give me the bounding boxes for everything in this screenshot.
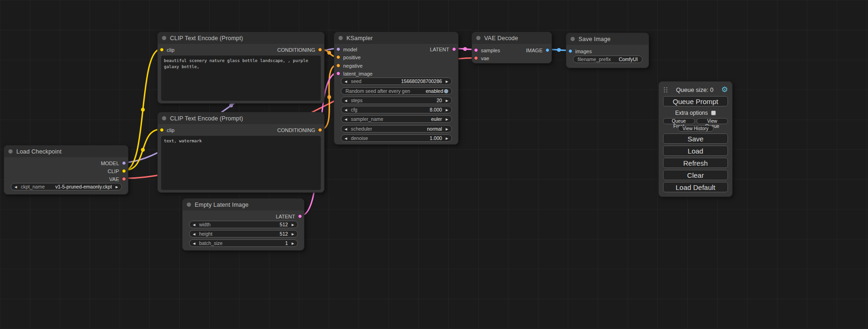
filename-prefix-widget[interactable]: filename_prefix ComfyUI	[573, 56, 642, 63]
seed-widget[interactable]: ◀ seed 156680208700286 ▶	[341, 77, 452, 85]
increment-arrow-icon[interactable]: ▶	[292, 223, 294, 226]
widget-name: cfg	[351, 107, 357, 112]
vae-input-port[interactable]	[474, 56, 478, 60]
input-slot-negative: negative	[336, 62, 363, 70]
conditioning-output-port[interactable]	[318, 48, 322, 52]
model-input-port[interactable]	[336, 47, 340, 51]
link-dot	[141, 108, 145, 112]
load-button[interactable]: Load	[663, 146, 728, 156]
decrement-arrow-icon[interactable]: ◀	[345, 137, 347, 140]
increment-arrow-icon[interactable]: ▶	[446, 99, 448, 102]
queue-prompt-button[interactable]: Queue Prompt	[663, 96, 728, 106]
refresh-button[interactable]: Refresh	[663, 158, 728, 168]
node-clip-text-encode-negative[interactable]: CLIP Text Encode (Prompt) clip CONDITION…	[157, 112, 325, 193]
random-seed-toggle-widget[interactable]: Random seed after every gen enabled	[341, 87, 452, 95]
collapse-dot-icon[interactable]	[339, 36, 343, 40]
images-input-port[interactable]	[568, 49, 572, 53]
collapse-dot-icon[interactable]	[162, 36, 166, 40]
prompt-textarea[interactable]: text, watermark	[161, 136, 321, 190]
collapse-dot-icon[interactable]	[187, 203, 191, 207]
node-empty-latent-image[interactable]: Empty Latent Image LATENT ◀ width 512 ▶ …	[182, 198, 304, 251]
settings-gear-icon[interactable]: ⚙	[721, 86, 728, 93]
width-widget[interactable]: ◀ width 512 ▶	[189, 221, 298, 228]
increment-arrow-icon[interactable]: ▶	[446, 118, 448, 121]
clip-output-port[interactable]	[122, 169, 126, 173]
input-slot-positive: positive	[336, 53, 360, 61]
latent-output-port[interactable]	[298, 214, 302, 218]
input-slot-samples: samples	[474, 46, 500, 54]
increment-arrow-icon[interactable]: ▶	[292, 242, 294, 245]
increment-arrow-icon[interactable]: ▶	[446, 108, 448, 112]
positive-input-port[interactable]	[336, 55, 340, 59]
collapse-dot-icon[interactable]	[162, 116, 166, 120]
image-output-port[interactable]	[545, 48, 550, 52]
node-title-bar[interactable]: Load Checkpoint	[4, 146, 128, 157]
node-title-bar[interactable]: CLIP Text Encode (Prompt)	[158, 32, 324, 44]
extra-options-checkbox[interactable]	[711, 111, 716, 115]
batch-size-widget[interactable]: ◀ batch_size 1 ▶	[189, 239, 298, 247]
cfg-widget[interactable]: ◀ cfg 8.000 ▶	[341, 106, 452, 113]
clip-input-port[interactable]	[160, 128, 164, 132]
decrement-arrow-icon[interactable]: ◀	[345, 80, 347, 83]
decrement-arrow-icon[interactable]: ◀	[193, 223, 195, 226]
decrement-arrow-icon[interactable]: ◀	[345, 99, 347, 102]
decrement-arrow-icon[interactable]: ◀	[345, 127, 347, 131]
decrement-arrow-icon[interactable]: ◀	[193, 242, 195, 245]
collapse-dot-icon[interactable]	[476, 36, 480, 40]
sampler-name-widget[interactable]: ◀ sampler_name euler ▶	[341, 115, 452, 123]
link-dot	[557, 48, 561, 52]
negative-input-port[interactable]	[336, 63, 340, 68]
node-title-bar[interactable]: VAE Decode	[472, 32, 551, 44]
drag-handle-icon[interactable]	[663, 86, 668, 93]
widget-value: v1-5-pruned-emaonly.ckpt	[55, 184, 112, 189]
increment-arrow-icon[interactable]: ▶	[446, 127, 448, 131]
extra-options-row: Extra options	[663, 110, 728, 116]
node-ksampler[interactable]: KSampler model LATENT positive negative …	[334, 32, 459, 145]
steps-widget[interactable]: ◀ steps 20 ▶	[341, 97, 452, 104]
node-title-bar[interactable]: Save Image	[566, 33, 649, 45]
increment-arrow-icon[interactable]: ▶	[292, 232, 294, 236]
extra-options-label: Extra options	[675, 110, 708, 116]
collapse-dot-icon[interactable]	[571, 37, 575, 41]
queue-menu-panel: Queue size: 0 ⚙ Queue Prompt Extra optio…	[658, 81, 733, 197]
latent-output-port[interactable]	[452, 47, 456, 51]
node-save-image[interactable]: Save Image images filename_prefix ComfyU…	[566, 33, 649, 68]
samples-input-port[interactable]	[474, 48, 478, 52]
input-slot-clip: clip	[160, 46, 175, 54]
vae-output-port[interactable]	[122, 177, 126, 181]
widget-value: enabled	[426, 88, 443, 94]
clip-input-port[interactable]	[160, 48, 164, 52]
node-title-bar[interactable]: Empty Latent Image	[183, 199, 304, 210]
view-queue-button[interactable]: View Queue	[697, 118, 728, 124]
load-default-button[interactable]: Load Default	[663, 182, 728, 192]
node-vae-decode[interactable]: VAE Decode samples IMAGE vae	[472, 32, 552, 63]
widget-name: denoise	[351, 135, 368, 141]
conditioning-output-port[interactable]	[318, 128, 322, 132]
decrement-arrow-icon[interactable]: ◀	[345, 118, 347, 121]
node-title-bar[interactable]: CLIP Text Encode (Prompt)	[158, 112, 324, 124]
latent-image-input-port[interactable]	[336, 71, 340, 76]
node-load-checkpoint[interactable]: Load Checkpoint MODEL CLIP VAE ◀ ckpt_na…	[4, 145, 128, 195]
decrement-arrow-icon[interactable]: ◀	[345, 108, 347, 112]
ckpt-name-widget[interactable]: ◀ ckpt_name v1-5-pruned-emaonly.ckpt ▶	[11, 183, 122, 190]
view-history-button[interactable]: View History	[678, 126, 713, 132]
slot-label: CONDITIONING	[277, 127, 315, 133]
denoise-widget[interactable]: ◀ denoise 1.000 ▶	[341, 134, 452, 142]
model-output-port[interactable]	[122, 161, 126, 165]
save-button[interactable]: Save	[663, 133, 728, 144]
prompt-textarea[interactable]: beautiful scenery nature glass bottle la…	[161, 56, 321, 101]
node-clip-text-encode-positive[interactable]: CLIP Text Encode (Prompt) clip CONDITION…	[157, 32, 325, 104]
clear-button[interactable]: Clear	[663, 170, 728, 180]
node-title: Load Checkpoint	[16, 148, 62, 155]
node-title-bar[interactable]: KSampler	[334, 32, 458, 44]
increment-arrow-icon[interactable]: ▶	[116, 185, 118, 189]
decrement-arrow-icon[interactable]: ◀	[14, 185, 17, 189]
scheduler-widget[interactable]: ◀ scheduler normal ▶	[341, 125, 452, 133]
increment-arrow-icon[interactable]: ▶	[446, 80, 448, 83]
toggle-enabled-icon[interactable]	[444, 89, 448, 93]
decrement-arrow-icon[interactable]: ◀	[193, 232, 195, 236]
queue-front-button[interactable]: Queue Front	[663, 118, 695, 124]
collapse-dot-icon[interactable]	[8, 149, 13, 154]
height-widget[interactable]: ◀ height 512 ▶	[189, 230, 298, 238]
increment-arrow-icon[interactable]: ▶	[446, 137, 448, 140]
